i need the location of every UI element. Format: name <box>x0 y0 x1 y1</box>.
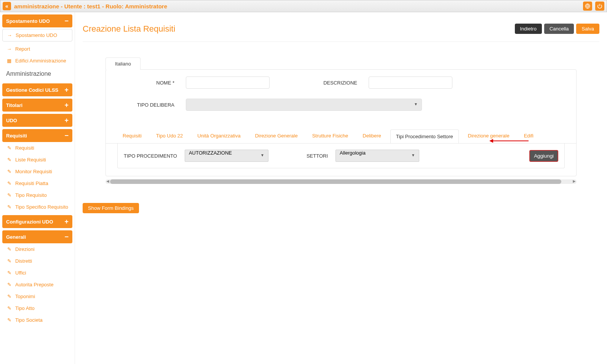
show-form-bindings-button[interactable]: Show Form Bindings <box>83 203 139 213</box>
top-bar: « amministrazione - Utente : test1 - Ruo… <box>0 0 607 12</box>
sidebar-item-uffici[interactable]: ✎ Uffici <box>2 267 72 279</box>
sidebar-header-label: Spostamento UDO <box>6 18 50 24</box>
tab-unita-organizzativa[interactable]: Unità Organizzativa <box>192 129 246 143</box>
sidebar-item-requisiti-piatta[interactable]: ✎ Requisiti Piatta <box>2 177 72 189</box>
page-title: Creazione Lista Requisiti <box>83 24 175 34</box>
sidebar-item-label: Tipo Atto <box>15 305 35 311</box>
arrow-right-icon: → <box>6 32 13 38</box>
sidebar-item-label: Direzioni <box>15 246 35 252</box>
user-edit-icon: ✎ <box>6 258 12 264</box>
tab-tipi-procedimento-settore[interactable]: Tipi Procedimento Settore <box>390 129 459 144</box>
nome-label: NOME * <box>117 80 174 86</box>
scroll-thumb[interactable] <box>110 179 561 184</box>
settori-select[interactable]: Allergologia <box>335 150 419 162</box>
sidebar-header-label: UDO <box>6 118 17 123</box>
user-edit-icon: ✎ <box>6 145 12 151</box>
sidebar-item-tipo-atto[interactable]: ✎ Tipo Atto <box>2 302 72 314</box>
tipo-procedimento-select[interactable]: AUTORIZZAZIONE <box>185 150 268 162</box>
user-edit-icon: ✎ <box>6 305 12 311</box>
sidebar-item-label: Report <box>15 46 30 52</box>
descrizione-label: DESCRIZIONE <box>281 80 357 86</box>
scroll-left-icon[interactable]: ◄ <box>105 179 110 184</box>
sidebar-item-distretti[interactable]: ✎ Distretti <box>2 255 72 267</box>
sidebar-header-spostamento[interactable]: Spostamento UDO − <box>2 14 72 27</box>
sidebar-header-configurazioni[interactable]: Configurazioni UDO + <box>2 215 72 228</box>
user-edit-icon: ✎ <box>6 270 12 276</box>
sidebar-header-label: Titolari <box>6 102 22 108</box>
sidebar-header-label: Requisiti <box>6 133 27 139</box>
tab-direzione-generale[interactable]: Direzione Generale <box>250 129 303 143</box>
annotation-arrow <box>492 140 529 141</box>
sidebar-item-autorita[interactable]: ✎ Autorita Preposte <box>2 279 72 291</box>
sidebar-item-toponimi[interactable]: ✎ Toponimi <box>2 291 72 302</box>
sidebar-item-tipo-requisito[interactable]: ✎ Tipo Requisito <box>2 189 72 201</box>
form-row-tipo-delibera: TIPO DELIBERA <box>106 96 576 114</box>
sidebar-item-edifici[interactable]: ▦ Edifici Amministrazione <box>2 55 72 67</box>
user-edit-icon: ✎ <box>6 157 12 163</box>
cancel-button[interactable]: Cancella <box>544 24 574 34</box>
sidebar-item-report[interactable]: → Report <box>2 43 72 55</box>
tipo-delibera-select[interactable] <box>186 99 422 111</box>
sidebar-item-label: Liste Requisiti <box>15 157 46 163</box>
add-button[interactable]: Aggiungi <box>529 150 558 162</box>
tab-delibere[interactable]: Delibere <box>357 129 386 143</box>
sidebar-header-gestione-codici[interactable]: Gestione Codici ULSS + <box>2 83 72 96</box>
minus-icon: − <box>64 233 69 240</box>
nome-input[interactable] <box>186 77 270 89</box>
sidebar-header-label: Generali <box>6 234 26 240</box>
user-edit-icon: ✎ <box>6 294 12 299</box>
tab-panel: TIPO PROCEDIMENTO AUTORIZZAZIONE SETTORI… <box>117 144 565 168</box>
settori-label: SETTORI <box>307 153 328 159</box>
sidebar-header-label: Gestione Codici ULSS <box>6 87 58 93</box>
sidebar-item-label: Tipo Specifico Requisito <box>15 204 68 210</box>
language-tab-italiano[interactable]: Italiano <box>105 57 141 70</box>
descrizione-input[interactable] <box>369 77 452 89</box>
horizontal-scrollbar[interactable]: ◄ ► <box>105 179 577 184</box>
sidebar-item-tipo-specifico-requisito[interactable]: ✎ Tipo Specifico Requisito <box>2 201 72 213</box>
minus-icon: − <box>64 18 69 24</box>
collapse-sidebar-button[interactable]: « <box>3 2 11 10</box>
main-wrap: Spostamento UDO − → Spostamento UDO → Re… <box>0 12 607 364</box>
sidebar-header-requisiti[interactable]: Requisiti − <box>2 129 72 142</box>
sidebar-item-requisiti[interactable]: ✎ Requisiti <box>2 142 72 154</box>
sidebar-item-direzioni[interactable]: ✎ Direzioni <box>2 243 72 255</box>
user-edit-icon: ✎ <box>6 192 12 198</box>
scroll-right-icon[interactable]: ► <box>572 179 577 184</box>
user-edit-icon: ✎ <box>6 246 12 252</box>
sidebar-header-titolari[interactable]: Titolari + <box>2 99 72 112</box>
sidebar-item-label: Distretti <box>15 258 32 264</box>
sidebar-item-liste-requisiti[interactable]: ✎ Liste Requisiti <box>2 154 72 166</box>
sidebar-item-tipo-societa[interactable]: ✎ Tipo Societa <box>2 314 72 326</box>
inner-tabs: Requisiti Tipo Udo 22 Unità Organizzativ… <box>106 129 576 144</box>
tipo-procedimento-label: TIPO PROCEDIMENTO <box>124 153 177 159</box>
user-edit-icon: ✎ <box>6 169 12 174</box>
plus-icon: + <box>64 102 69 109</box>
minus-icon: − <box>64 132 69 139</box>
sidebar-header-udo[interactable]: UDO + <box>2 114 72 127</box>
tab-tipo-udo[interactable]: Tipo Udo 22 <box>151 129 188 143</box>
save-button[interactable]: Salva <box>576 24 599 34</box>
power-icon[interactable] <box>595 2 604 11</box>
settori-value: Allergologia <box>340 150 366 156</box>
sidebar-item-label: Toponimi <box>15 294 35 299</box>
sidebar-item-spostamento-udo[interactable]: → Spostamento UDO <box>2 29 72 42</box>
back-button[interactable]: Indietro <box>515 24 542 34</box>
sidebar[interactable]: Spostamento UDO − → Spostamento UDO → Re… <box>0 12 75 364</box>
sidebar-item-label: Requisiti <box>15 145 34 151</box>
plus-icon: + <box>64 218 69 225</box>
form-card: NOME * DESCRIZIONE TIPO DELIBERA Requisi… <box>105 69 577 176</box>
sidebar-header-generali[interactable]: Generali − <box>2 230 72 243</box>
tipo-delibera-label: TIPO DELIBERA <box>117 102 174 108</box>
sidebar-item-monitor-requisiti[interactable]: ✎ Monitor Requisiti <box>2 166 72 177</box>
sidebar-item-label: Uffici <box>15 270 26 276</box>
globe-icon[interactable] <box>583 2 592 11</box>
sidebar-header-label: Configurazioni UDO <box>6 219 53 225</box>
sidebar-item-label: Edifici Amministrazione <box>15 58 66 64</box>
page-header: Creazione Lista Requisiti Indietro Cance… <box>83 24 599 42</box>
tab-requisiti[interactable]: Requisiti <box>117 129 147 143</box>
sidebar-heading-amministrazione: Amministrazione <box>2 67 72 81</box>
tipo-procedimento-value: AUTORIZZAZIONE <box>189 150 232 156</box>
sidebar-item-label: Autorita Preposte <box>15 282 53 287</box>
user-edit-icon: ✎ <box>6 282 12 287</box>
tab-strutture-fisiche[interactable]: Strutture Fisiche <box>307 129 354 143</box>
